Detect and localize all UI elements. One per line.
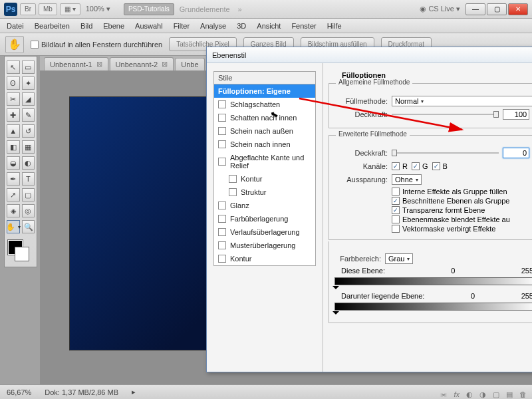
style-gradient-overlay[interactable]: Verlaufsüberlagerung	[214, 225, 315, 239]
menu-ansicht[interactable]: Ansicht	[257, 22, 281, 30]
under-layer-gradient[interactable]	[334, 303, 532, 311]
scroll-all-label: Bildlauf in allen Fenstern durchführen	[41, 41, 162, 49]
current-tool-icon[interactable]: ✋	[5, 36, 24, 53]
tool-3d[interactable]: ◈	[7, 204, 20, 217]
close-icon[interactable]: ⊠	[162, 60, 168, 68]
tab-doc-1[interactable]: Unbenannt-1 ⊠	[44, 57, 108, 70]
opt-vector-mask-hides[interactable]: Vektormaske verbirgt Effekte	[392, 225, 532, 233]
adjustment-icon[interactable]: ◑	[479, 390, 486, 399]
knockout-select[interactable]: Ohne	[392, 174, 422, 185]
menu-auswahl[interactable]: Auswahl	[135, 22, 163, 30]
status-zoom[interactable]: 66,67%	[7, 388, 31, 396]
menu-filter[interactable]: Filter	[174, 22, 190, 30]
link-icon[interactable]: ⫘	[440, 390, 447, 399]
tab-doc-3[interactable]: Unbe	[175, 58, 204, 70]
style-color-overlay[interactable]: Farbüberlagerung	[214, 212, 315, 225]
window-maximize[interactable]: ▢	[487, 3, 507, 15]
menu-datei[interactable]: Datei	[7, 22, 24, 30]
styles-header[interactable]: Stile	[214, 72, 315, 84]
tool-pen[interactable]: ✒	[7, 172, 20, 186]
style-drop-shadow[interactable]: Schlagschatten	[214, 98, 315, 111]
tool-gradient[interactable]: ▦	[22, 140, 35, 154]
workspace-grundelemente[interactable]: Grundelemente	[177, 5, 233, 13]
newlayer-icon[interactable]: ▤	[506, 390, 513, 399]
status-docsize[interactable]: Dok: 1,37 MB/2,86 MB	[45, 388, 118, 396]
tool-wand[interactable]: ✦	[22, 76, 35, 90]
mask-icon[interactable]: ◐	[466, 390, 473, 399]
window-minimize[interactable]: —	[466, 3, 485, 15]
tool-3dcam[interactable]: ◎	[22, 204, 35, 217]
tool-marquee[interactable]: ▭	[22, 61, 35, 74]
tool-blur[interactable]: ◒	[7, 156, 20, 170]
background-swatch[interactable]	[15, 247, 29, 261]
style-stroke[interactable]: Kontur	[214, 252, 315, 265]
channel-r[interactable]: R	[392, 162, 408, 170]
close-icon[interactable]: ⊠	[96, 60, 102, 68]
fx-icon[interactable]: fx	[454, 390, 460, 399]
window-close[interactable]: ✕	[508, 3, 528, 15]
fill-opacity-label: Deckkraft:	[334, 149, 388, 157]
opt-internal-effects[interactable]: Interne Effekte als Gruppe füllen	[392, 188, 532, 196]
general-blend-group: Allgemeine Füllmethode Füllmethode: Norm…	[329, 83, 532, 128]
tool-stamp[interactable]: ▲	[7, 124, 20, 138]
tool-dodge[interactable]: ◐	[22, 156, 35, 170]
workspace-tutorials[interactable]: PSD-Tutorials	[124, 3, 174, 15]
channel-g[interactable]: G	[412, 162, 428, 170]
menu-bild[interactable]: Bild	[80, 22, 92, 30]
opt-layer-mask-hides[interactable]: Ebenenmaske blendet Effekte au	[392, 215, 532, 223]
opacity-slider[interactable]	[392, 112, 499, 116]
style-bevel[interactable]: Abgeflachte Kante und Relief	[214, 151, 315, 172]
tool-crop[interactable]: ✂	[7, 92, 20, 106]
menu-bearbeiten[interactable]: Bearbeiten	[35, 22, 70, 30]
scroll-all-windows[interactable]: Bildlauf in allen Fenstern durchführen	[31, 41, 162, 49]
tool-zoom[interactable]: 🔍	[22, 220, 35, 233]
tool-history[interactable]: ↺	[22, 124, 35, 138]
tool-path[interactable]: ↗	[7, 188, 20, 201]
channel-b[interactable]: B	[432, 162, 448, 170]
menu-ebene[interactable]: Ebene	[103, 22, 124, 30]
tool-type[interactable]: T	[22, 172, 35, 186]
title-zoom[interactable]: 100% ▾	[83, 5, 113, 13]
tool-hand[interactable]: ✋	[7, 220, 20, 233]
tool-shape[interactable]: ▢	[22, 188, 35, 201]
style-pattern-overlay[interactable]: Musterüberlagerung	[214, 239, 315, 252]
tool-heal[interactable]: ✚	[7, 108, 20, 122]
tool-move[interactable]: ↖	[7, 61, 20, 74]
menu-analyse[interactable]: Analyse	[200, 22, 226, 30]
style-outer-glow[interactable]: Schein nach außen	[214, 124, 315, 138]
blend-mode-select[interactable]: Normal	[392, 96, 532, 106]
style-inner-shadow[interactable]: Schatten nach innen	[214, 111, 315, 124]
workspace-more-icon[interactable]: »	[235, 5, 245, 13]
bridge-btn[interactable]: Br	[20, 3, 36, 15]
style-satin[interactable]: Glanz	[214, 199, 315, 212]
style-blend-options[interactable]: Fülloptionen: Eigene	[214, 84, 315, 98]
menubar: Datei Bearbeiten Bild Ebene Auswahl Filt…	[0, 19, 532, 33]
tab-doc-2[interactable]: Unbenannt-2 ⊠	[110, 57, 174, 70]
color-swatches[interactable]	[7, 240, 35, 263]
style-inner-glow[interactable]: Schein nach innen	[214, 138, 315, 151]
menu-hilfe[interactable]: Hilfe	[327, 22, 342, 30]
document-canvas[interactable]	[70, 97, 209, 350]
fill-opacity-slider[interactable]	[392, 151, 499, 155]
cs-live[interactable]: ◉ CS Live ▾	[417, 5, 463, 13]
this-layer-gradient[interactable]	[334, 277, 532, 285]
knockout-label: Aussparung:	[334, 176, 388, 184]
opacity-input[interactable]: 100	[503, 109, 529, 120]
opt-clipped-layers[interactable]: Beschnittene Ebenen als Gruppe	[392, 197, 532, 205]
minibridge-btn[interactable]: Mb	[39, 3, 57, 15]
style-bevel-texture[interactable]: Struktur	[214, 186, 315, 199]
tool-lasso[interactable]: ʘ	[7, 76, 20, 90]
fill-opacity-input[interactable]: 0	[503, 148, 529, 158]
tool-eyedropper[interactable]: ◢	[22, 92, 35, 106]
blendif-select[interactable]: Grau	[385, 253, 413, 264]
style-bevel-contour[interactable]: Kontur	[214, 172, 315, 186]
channels-label: Kanäle:	[334, 162, 388, 170]
tool-eraser[interactable]: ◧	[7, 140, 20, 154]
tool-brush[interactable]: ✎	[22, 108, 35, 122]
opt-transparency-shapes[interactable]: Transparenz formt Ebene	[392, 206, 532, 214]
trash-icon[interactable]: 🗑	[519, 390, 527, 399]
folder-icon[interactable]: ▢	[493, 390, 499, 399]
menu-3d[interactable]: 3D	[237, 22, 246, 30]
menu-fenster[interactable]: Fenster	[291, 22, 316, 30]
layout-menu[interactable]: ▦ ▾	[60, 3, 80, 15]
